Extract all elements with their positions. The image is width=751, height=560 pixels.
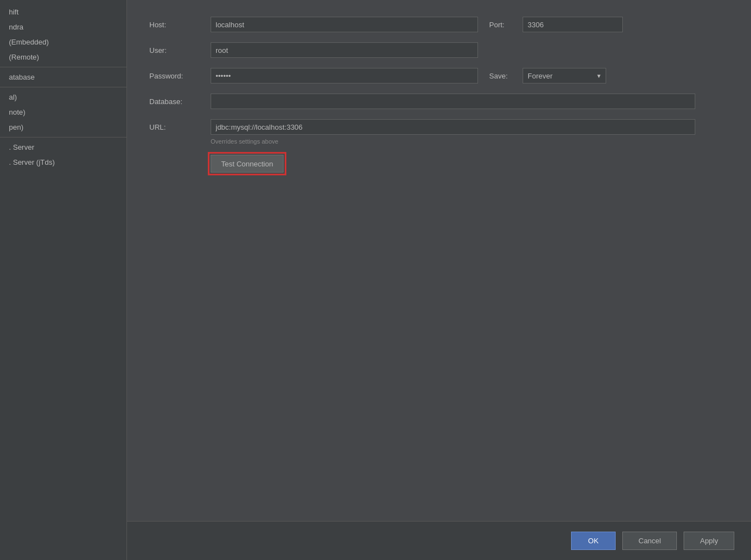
save-label: Save: bbox=[489, 72, 523, 80]
port-label: Port: bbox=[489, 21, 523, 29]
database-input[interactable] bbox=[211, 94, 695, 109]
host-label: Host: bbox=[149, 21, 211, 29]
save-select-wrapper: Forever For session Never bbox=[523, 68, 606, 83]
sidebar-item-5[interactable]: al) bbox=[0, 90, 126, 105]
host-input[interactable] bbox=[211, 17, 478, 32]
user-label: User: bbox=[149, 46, 211, 55]
sidebar-item-6[interactable]: note) bbox=[0, 105, 126, 120]
cancel-button[interactable]: Cancel bbox=[622, 532, 677, 550]
url-row: URL: bbox=[149, 119, 729, 135]
password-row: Password: Save: Forever For session Neve… bbox=[149, 68, 729, 83]
sidebar-item-7[interactable]: pen) bbox=[0, 120, 126, 135]
user-row: User: bbox=[149, 42, 729, 58]
sidebar-item-9[interactable]: . Server (jTds) bbox=[0, 155, 126, 170]
sidebar-item-8[interactable]: . Server bbox=[0, 140, 126, 155]
database-label: Database: bbox=[149, 97, 211, 106]
form-area: Host: Port: User: Password: Save: Foreve… bbox=[127, 0, 751, 521]
password-input[interactable] bbox=[211, 68, 478, 83]
test-connection-wrapper: Test Connection bbox=[211, 155, 729, 173]
url-input[interactable] bbox=[211, 119, 695, 135]
overrides-hint: Overrides settings above bbox=[211, 138, 729, 145]
sidebar-item-1[interactable]: ndra bbox=[0, 19, 126, 35]
user-input[interactable] bbox=[211, 42, 478, 58]
main-content: Host: Port: User: Password: Save: Foreve… bbox=[127, 0, 751, 560]
url-label: URL: bbox=[149, 123, 211, 131]
test-connection-button[interactable]: Test Connection bbox=[211, 155, 284, 173]
port-input[interactable] bbox=[523, 17, 623, 32]
ok-button[interactable]: OK bbox=[571, 532, 616, 550]
bottom-bar: OK Cancel Apply bbox=[127, 521, 751, 560]
password-label: Password: bbox=[149, 72, 211, 80]
sidebar-item-2[interactable]: (Embedded) bbox=[0, 35, 126, 50]
sidebar: hift ndra (Embedded) (Remote) atabase al… bbox=[0, 0, 127, 560]
sidebar-item-0[interactable]: hift bbox=[0, 4, 126, 19]
save-select[interactable]: Forever For session Never bbox=[523, 68, 606, 83]
sidebar-item-4[interactable]: atabase bbox=[0, 70, 126, 85]
apply-button[interactable]: Apply bbox=[684, 532, 734, 550]
host-row: Host: Port: bbox=[149, 17, 729, 32]
database-row: Database: bbox=[149, 94, 729, 109]
sidebar-item-3[interactable]: (Remote) bbox=[0, 50, 126, 65]
